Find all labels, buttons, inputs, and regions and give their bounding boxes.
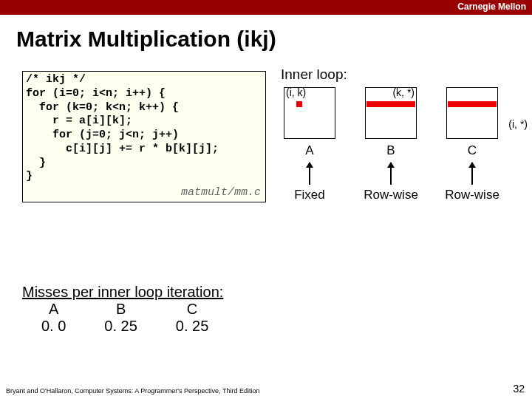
matname-B: B [386,143,395,158]
matrix-B: (k, *) [365,87,417,139]
miss-val-A: 0. 0 [22,318,85,335]
miss-val-C: 0. 25 [157,318,228,335]
coord-B: (k, *) [392,86,415,98]
diagram-title: Inner loop: [281,66,517,83]
code-text: /* ikj */ for (i=0; i<n; i++) { for (k=0… [26,73,219,183]
miss-col-A: A [22,301,85,318]
slide-title: Matrix Multiplication (ikj) [0,15,532,59]
matrix-A: (i, k) [284,87,335,139]
mode-C: Row-wise [445,188,499,202]
miss-val-B: 0. 25 [85,318,156,335]
miss-col-C: C [157,301,228,318]
page-number: 32 [513,383,525,395]
coord-C: (i, *) [508,118,528,130]
matrix-B-col: (k, *) B Row-wise [361,87,421,202]
matname-C: C [468,143,477,158]
brand-text: Carnegie Mellon [457,1,526,12]
coord-A: (i, k) [286,86,306,98]
marker-B [366,101,415,107]
code-filename: matmult/mm.c [181,186,261,200]
mode-A: Fixed [294,188,325,202]
marker-C [448,101,497,107]
content-area: /* ikj */ for (i=0; i<n; i++) { for (k=0… [0,59,532,202]
footer-citation: Bryant and O'Hallaron, Computer Systems:… [6,387,259,395]
arrow-A [309,163,310,185]
misses-heading: Misses per inner loop iteration: [22,284,228,301]
marker-A [296,101,302,107]
code-box: /* ikj */ for (i=0; i<n; i++) { for (k=0… [22,71,266,202]
diagram: Inner loop: (i, k) A Fixed (k, *) B Row-… [279,66,517,202]
misses-table: A B C 0. 0 0. 25 0. 25 [22,301,228,335]
miss-col-B: B [85,301,156,318]
brand-bar: Carnegie Mellon [0,0,532,15]
matrix-C-col: C Row-wise [442,87,502,202]
matrix-C [446,87,498,139]
arrow-C [471,163,473,185]
matname-A: A [305,143,313,158]
matrix-A-col: (i, k) A Fixed [279,87,340,202]
misses-block: Misses per inner loop iteration: A B C 0… [22,284,228,335]
arrow-B [390,163,392,185]
mode-B: Row-wise [364,188,418,202]
